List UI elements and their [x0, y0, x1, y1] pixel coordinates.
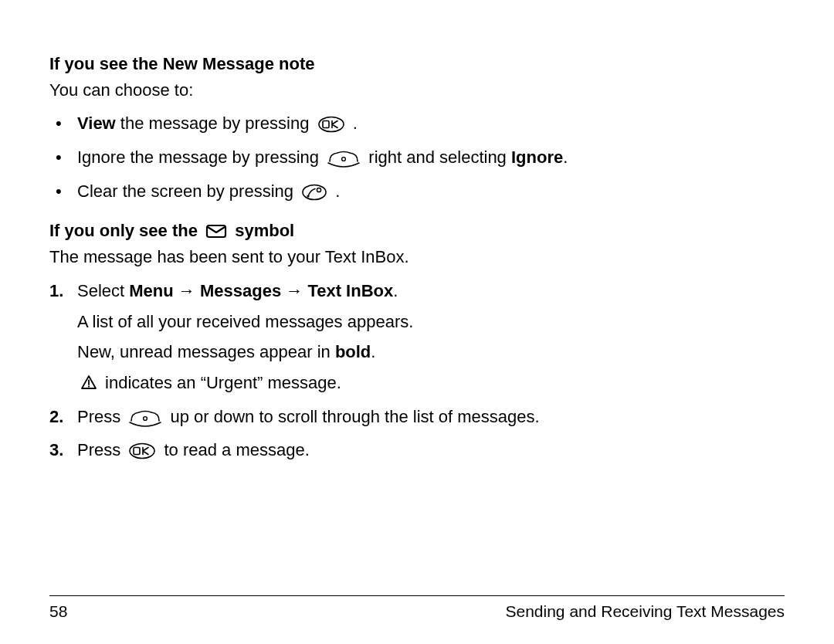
section-new-message: If you see the New Message note You can …: [49, 53, 785, 202]
heading-envelope-pre: If you only see the: [49, 221, 202, 240]
step-2-tail: up or down to scroll through the list of…: [165, 407, 539, 426]
step-1-arrow1: →: [174, 281, 200, 300]
bullet-list: View the message by pressing . Ignore th…: [49, 112, 785, 202]
step-1-sub2-pre: New, unread messages appear in: [77, 342, 335, 361]
svg-point-5: [317, 188, 321, 192]
bullet-clear: Clear the screen by pressing .: [49, 180, 785, 203]
step-1-sub2-bold: bold: [335, 342, 371, 361]
footer-rule: [49, 595, 785, 596]
step-2-pre: Press: [77, 407, 125, 426]
svg-point-8: [88, 385, 90, 387]
lead-envelope: The message has been sent to your Text I…: [49, 246, 785, 269]
ok-key-icon: [317, 116, 345, 133]
svg-point-2: [342, 158, 346, 161]
warning-icon: [80, 373, 97, 388]
svg-point-9: [144, 416, 147, 420]
step-3-pre: Press: [77, 440, 125, 459]
step-1-messages: Messages: [200, 281, 281, 300]
step-1-pre: Select: [77, 281, 129, 300]
section-envelope-symbol: If you only see the symbol The message h…: [49, 219, 785, 462]
bullet-ignore-pre: Ignore the message by pressing: [77, 147, 324, 167]
step-2: Press up or down to scroll through the l…: [49, 405, 785, 429]
bullet-clear-tail: .: [331, 181, 340, 201]
step-1-sub3: indicates an “Urgent” message.: [77, 371, 785, 395]
step-1-sub1: A list of all your received messages app…: [77, 310, 785, 334]
step-3-tail: to read a message.: [159, 440, 309, 459]
bullet-view-tail: .: [348, 114, 358, 133]
end-key-icon: [301, 184, 327, 201]
svg-rect-11: [134, 448, 140, 455]
heading-envelope-post: symbol: [230, 221, 294, 240]
nav-key-icon: [128, 408, 162, 427]
bullet-view-text: the message by pressing: [116, 114, 314, 133]
lead-new-message: You can choose to:: [49, 79, 785, 102]
page-number: 58: [49, 601, 67, 622]
svg-rect-6: [207, 225, 225, 237]
bullet-view: View the message by pressing .: [49, 112, 785, 135]
svg-point-3: [303, 185, 326, 199]
steps-list: Select Menu → Messages → Text InBox. A l…: [49, 280, 785, 462]
bullet-clear-pre: Clear the screen by pressing: [77, 181, 298, 201]
step-1-sub2-tail: .: [371, 342, 375, 361]
bullet-view-bold: View: [77, 114, 116, 133]
envelope-icon: [205, 222, 227, 237]
manual-page: If you see the New Message note You can …: [0, 0, 834, 644]
ok-key-icon: [128, 442, 156, 459]
step-1: Select Menu → Messages → Text InBox. A l…: [49, 280, 785, 395]
footer-title: Sending and Receiving Text Messages: [505, 601, 785, 622]
footer-line: 58 Sending and Receiving Text Messages: [49, 601, 785, 622]
bullet-ignore: Ignore the message by pressing right and…: [49, 146, 785, 169]
step-1-tail: .: [393, 281, 398, 300]
bullet-ignore-tail: .: [563, 147, 568, 167]
nav-key-icon: [327, 149, 361, 168]
step-1-sub3-text: indicates an “Urgent” message.: [100, 373, 341, 392]
page-footer: 58 Sending and Receiving Text Messages: [49, 595, 785, 622]
svg-point-4: [307, 195, 310, 197]
bullet-ignore-mid: right and selecting: [364, 147, 511, 167]
step-1-inbox: Text InBox: [307, 281, 393, 300]
bullet-ignore-bold: Ignore: [511, 147, 563, 167]
step-1-arrow2: →: [281, 281, 307, 300]
svg-rect-1: [323, 121, 329, 128]
step-3: Press to read a message.: [49, 439, 785, 462]
step-1-menu: Menu: [129, 281, 173, 300]
step-1-sub2: New, unread messages appear in bold.: [77, 341, 785, 364]
heading-envelope: If you only see the symbol: [49, 219, 785, 242]
heading-new-message: If you see the New Message note: [49, 53, 785, 76]
